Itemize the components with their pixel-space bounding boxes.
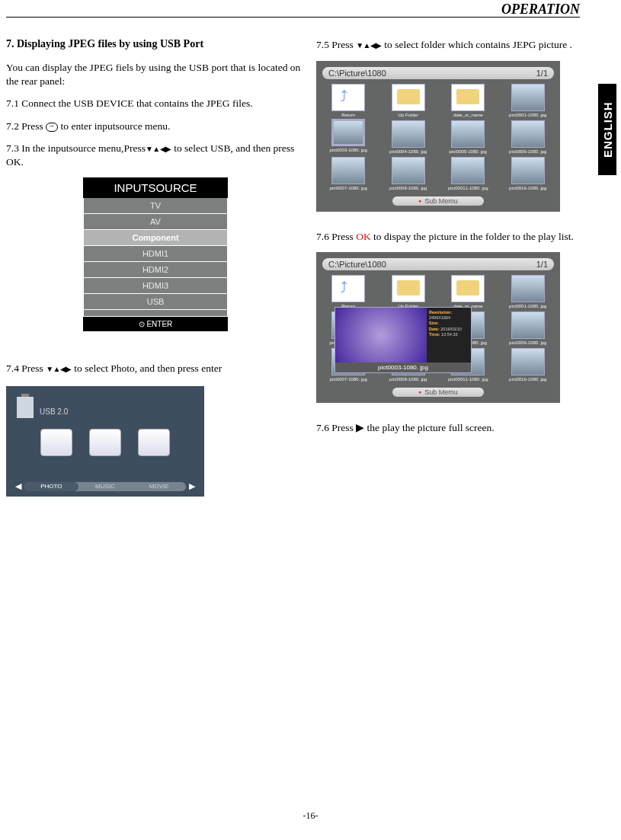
- arrow-keys-icon: ▼▲◀▶: [356, 41, 382, 50]
- preview-caption: pict0003-1080. jpg: [335, 363, 471, 372]
- thumb-cell[interactable]: pict00011-1080. jpg: [442, 157, 495, 190]
- thumb-label: pict0005-1080. jpg: [442, 149, 495, 154]
- media-tab[interactable]: PHOTO: [24, 482, 78, 491]
- thumb-label: Return: [322, 113, 375, 117]
- thumb-cell[interactable]: pict0016-1080. jpg: [502, 157, 555, 190]
- inputsource-item[interactable]: [83, 310, 228, 317]
- folder-browser-preview: C:\Picture\1080 1/1 ReturnUp Folderdate_…: [316, 252, 560, 403]
- media-type-menu: USB 2.0 ◀ PHOTOMUSICMOVIE ▶: [6, 386, 204, 497]
- section-title: 7. Displaying JPEG files by using USB Po…: [6, 38, 305, 50]
- thumb-cell[interactable]: pict0006-1080. jpg: [502, 311, 555, 345]
- step-7-2: 7.2 Press to enter inputsource menu.: [6, 120, 305, 133]
- thumb-cell[interactable]: Up Folder: [383, 275, 435, 308]
- folder-thumb[interactable]: [392, 84, 425, 111]
- thumb-cell[interactable]: Up Folder: [383, 84, 435, 117]
- step-7-6: 7.6 Press OK to dispay the picture in th…: [316, 230, 575, 244]
- music-thumb[interactable]: [89, 429, 121, 456]
- media-tabbar: PHOTOMUSICMOVIE: [24, 482, 186, 491]
- inputsource-item[interactable]: TV: [83, 198, 228, 214]
- language-tab: ENGLISH: [598, 84, 616, 175]
- play-icon: ▶: [356, 422, 364, 433]
- folder-thumb[interactable]: [392, 275, 425, 302]
- thumb-cell[interactable]: Return: [322, 84, 375, 117]
- thumb-cell[interactable]: date_or_name: [442, 84, 495, 117]
- media-tab[interactable]: MUSIC: [78, 482, 133, 491]
- path-text: C:\Picture\1080: [328, 69, 386, 78]
- thumb-label: pict0016-1080. jpg: [502, 186, 555, 190]
- photo-thumb[interactable]: [40, 429, 72, 456]
- img-thumb[interactable]: [451, 157, 485, 184]
- return-thumb[interactable]: [331, 84, 365, 111]
- thumb-label: pict0001-1080. jpg: [502, 304, 555, 308]
- img-thumb[interactable]: [511, 157, 545, 184]
- media-tab[interactable]: MOVIE: [132, 482, 186, 491]
- thumb-cell[interactable]: pict0001-1080. jpg: [502, 84, 555, 117]
- intro-text: You can display the JPEG fiels by using …: [6, 61, 305, 88]
- thumb-label: date_or_name: [442, 113, 495, 117]
- inputsource-menu: INPUTSOURCE TVAVComponentHDMI1HDMI2HDMI3…: [83, 177, 228, 331]
- header-rule: [6, 17, 580, 18]
- img-thumb[interactable]: [392, 120, 425, 148]
- sub-menu-button[interactable]: Sub Memu: [392, 196, 484, 206]
- folder-thumb[interactable]: [451, 84, 485, 111]
- thumb-label: pict0001-1080. jpg: [502, 113, 555, 117]
- thumb-label: pict0007-1080. jpg: [322, 186, 375, 190]
- thumb-label: pict0006-1080. jpg: [502, 149, 555, 154]
- thumb-label: pict0008-1080. jpg: [383, 186, 435, 190]
- img-thumb[interactable]: [511, 275, 545, 302]
- inputsource-footer: ⊙ ENTER: [83, 317, 228, 331]
- img-thumb[interactable]: [392, 157, 425, 184]
- thumb-cell[interactable]: Return: [322, 275, 375, 308]
- inputsource-item[interactable]: HDMI1: [83, 246, 228, 262]
- thumb-cell[interactable]: pict0008-1080. jpg: [383, 157, 435, 190]
- page-header: OPERATION: [501, 2, 580, 18]
- nav-left-icon[interactable]: ◀: [12, 481, 24, 491]
- inputsource-item[interactable]: HDMI3: [83, 278, 228, 294]
- sub-menu-button[interactable]: Sub Memu: [392, 388, 484, 397]
- ok-key: OK: [356, 231, 371, 242]
- preview-metadata: Resolution: 2496X1664 Size: Date: 2016/0…: [427, 308, 471, 340]
- path-text: C:\Picture\1080: [328, 260, 386, 269]
- return-thumb[interactable]: [331, 275, 365, 302]
- img-thumb[interactable]: [331, 119, 365, 146]
- img-thumb[interactable]: [331, 157, 365, 184]
- thumb-cell[interactable]: date_or_name: [442, 275, 495, 308]
- step-7-1: 7.1 Connect the USB DEVICE that contains…: [6, 97, 305, 110]
- thumb-label: pict0007-1080. jpg: [322, 377, 375, 382]
- thumb-label: Up Folder: [383, 113, 435, 117]
- thumb-cell[interactable]: pict0005-1080. jpg: [442, 120, 495, 154]
- arrow-keys-icon: ▼▲◀▶: [146, 145, 171, 153]
- usb-icon: [17, 397, 34, 418]
- thumb-label: pict0016-1080. jpg: [502, 377, 555, 382]
- inputsource-item[interactable]: HDMI2: [83, 262, 228, 278]
- img-thumb[interactable]: [511, 84, 545, 111]
- inputsource-item[interactable]: Component: [83, 230, 228, 246]
- page-indicator: 1/1: [536, 69, 548, 78]
- inputsource-item[interactable]: AV: [83, 214, 228, 230]
- folder-thumb[interactable]: [451, 275, 485, 302]
- thumb-cell[interactable]: pict0016-1080. jpg: [502, 348, 555, 382]
- usb-label: USB 2.0: [40, 407, 68, 416]
- step-7-5: 7.5 Press ▼▲◀▶ to select folder which co…: [316, 38, 575, 52]
- img-thumb[interactable]: [451, 120, 485, 148]
- thumb-cell[interactable]: pict0003-1080. jpg: [322, 120, 375, 154]
- preview-popup: Resolution: 2496X1664 Size: Date: 2016/0…: [335, 307, 472, 373]
- thumb-label: pict0003-1080. jpg: [322, 148, 375, 152]
- img-thumb[interactable]: [511, 120, 545, 148]
- img-thumb[interactable]: [511, 311, 545, 339]
- path-bar: C:\Picture\1080 1/1: [322, 258, 554, 270]
- folder-browser: C:\Picture\1080 1/1 ReturnUp Folderdate_…: [316, 61, 560, 212]
- preview-image: [335, 308, 427, 363]
- step-7-6c: 7.6 Press ▶ the play the picture full sc…: [316, 421, 575, 435]
- page-number: -16-: [0, 810, 621, 822]
- thumb-label: pict00011-1080. jpg: [442, 377, 495, 382]
- movie-thumb[interactable]: [138, 429, 170, 456]
- thumb-cell[interactable]: pict0007-1080. jpg: [322, 157, 375, 190]
- thumb-cell[interactable]: pict0006-1080. jpg: [502, 120, 555, 154]
- inputsource-item[interactable]: USB: [83, 294, 228, 310]
- nav-right-icon[interactable]: ▶: [186, 481, 198, 491]
- thumb-label: pict00011-1080. jpg: [442, 186, 495, 190]
- thumb-cell[interactable]: pict0004-1080. jpg: [383, 120, 435, 154]
- img-thumb[interactable]: [511, 348, 545, 375]
- thumb-cell[interactable]: pict0001-1080. jpg: [502, 275, 555, 308]
